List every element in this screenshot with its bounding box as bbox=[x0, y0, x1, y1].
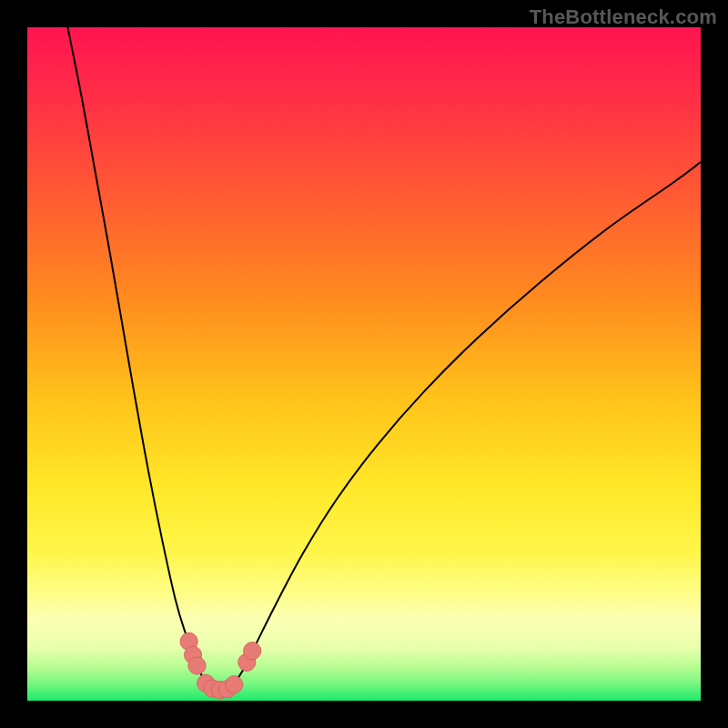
data-marker bbox=[244, 642, 261, 660]
data-markers bbox=[180, 632, 261, 699]
data-marker bbox=[226, 676, 243, 693]
watermark-text: TheBottleneck.com bbox=[530, 5, 717, 29]
curve-path bbox=[67, 27, 701, 692]
chart-frame: TheBottleneck.com bbox=[0, 0, 728, 728]
bottleneck-curve bbox=[67, 27, 701, 692]
curve-layer bbox=[27, 27, 701, 701]
data-marker bbox=[188, 657, 206, 674]
plot-area bbox=[27, 27, 701, 701]
